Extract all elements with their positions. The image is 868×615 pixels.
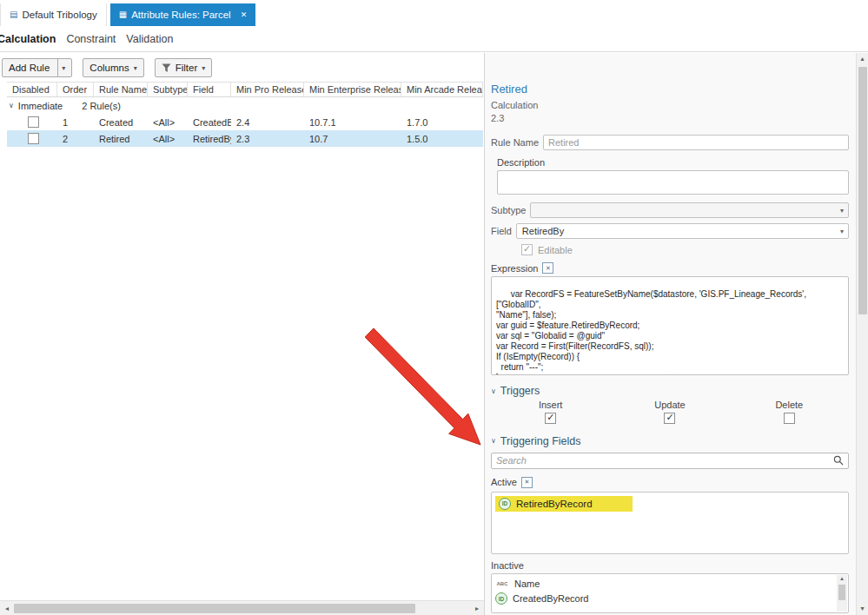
cell-min-enterprise: 10.7 <box>304 134 401 144</box>
table-row[interactable]: 1 Created <All> CreatedBy 2.4 10.7.1 1.7… <box>7 114 483 130</box>
delete-checkbox[interactable] <box>784 413 795 424</box>
triggers-section-header[interactable]: ∨ Triggers <box>491 385 849 397</box>
document-tabstrip: ▤ Default Tribology ▦ Attribute Rules: P… <box>0 0 868 26</box>
tab-attribute-rules-parcel[interactable]: ▦ Attribute Rules: Parcel ✕ <box>110 3 255 26</box>
cell-order: 2 <box>57 134 94 144</box>
tab-constraint[interactable]: Constraint <box>66 33 116 45</box>
vertical-scrollbar[interactable]: ▴ ▾ <box>856 53 868 615</box>
list-item[interactable]: Name <box>495 577 834 592</box>
triggering-fields-section-header[interactable]: ∨ Triggering Fields <box>491 435 849 447</box>
table-row-selected[interactable]: 2 Retired <All> RetiredBy 2.3 10.7 1.5.0 <box>7 130 483 147</box>
cell-subtype: <All> <box>148 134 188 144</box>
list-scrollbar[interactable]: ▴ <box>837 575 847 612</box>
close-icon[interactable]: ✕ <box>241 10 248 19</box>
cell-min-enterprise: 10.7.1 <box>304 117 401 128</box>
expression-label: Expression <box>491 263 538 274</box>
active-fields-toggle-icon[interactable]: ✕ <box>521 477 533 488</box>
scroll-up-icon[interactable]: ▴ <box>860 53 864 65</box>
collapse-chevron-icon[interactable]: ∨ <box>9 102 14 109</box>
tab-validation[interactable]: Validation <box>126 33 173 45</box>
cell-field: CreatedBy <box>188 117 231 128</box>
cell-min-arcade: 1.5.0 <box>401 134 483 144</box>
column-header-rule-name[interactable]: Rule Name <box>94 83 148 96</box>
field-item-label: RetiredByRecord <box>516 499 593 509</box>
triggering-fields-label: Triggering Fields <box>500 435 581 447</box>
column-header-min-enterprise[interactable]: Min Enterprise Release <box>304 83 401 96</box>
triggers-checkboxes <box>491 412 849 424</box>
add-rule-button[interactable]: Add Rule ▾ <box>2 58 72 77</box>
tab-label: Default Tribology <box>22 10 96 20</box>
column-header-order[interactable]: Order <box>57 83 94 96</box>
cell-field: RetiredBy <box>188 134 231 144</box>
subtype-dropdown[interactable]: ▾ <box>530 202 849 218</box>
cell-rule-name: Retired <box>94 134 148 144</box>
rule-name-label: Rule Name <box>491 137 539 148</box>
description-textarea[interactable] <box>497 170 849 195</box>
scroll-down-icon[interactable]: ▾ <box>860 603 864 615</box>
field-item-label: Name <box>514 579 540 589</box>
scrollbar-thumb[interactable] <box>858 67 867 314</box>
split-divider <box>57 59 58 76</box>
horizontal-scrollbar[interactable]: ◂ ▸ <box>0 600 484 615</box>
tab-label: Attribute Rules: Parcel <box>131 10 230 20</box>
scroll-up-icon[interactable]: ▴ <box>840 575 844 584</box>
column-header-field[interactable]: Field <box>188 83 231 96</box>
column-header-min-arcade[interactable]: Min Arcade Release <box>401 83 483 96</box>
active-label: Active <box>491 477 517 487</box>
list-item annotation-highlight[interactable]: RetiredByRecord <box>495 496 633 512</box>
cell-min-pro: 2.3 <box>231 134 304 144</box>
group-row-immediate[interactable]: ∨ Immediate 2 Rule(s) <box>9 97 483 114</box>
update-label: Update <box>610 400 729 410</box>
rule-name-input[interactable] <box>543 135 849 150</box>
field-dropdown[interactable]: RetiredBy ▾ <box>516 223 849 239</box>
disabled-checkbox[interactable] <box>28 116 39 128</box>
chevron-down-icon: ▾ <box>134 64 137 72</box>
field-item-label: CreatedByRecord <box>513 593 588 604</box>
scrollbar-thumb[interactable] <box>14 604 415 613</box>
editable-label: Editable <box>538 245 573 255</box>
collapse-chevron-icon[interactable]: ∨ <box>491 387 496 395</box>
id-field-icon <box>499 498 511 510</box>
list-item[interactable]: CreatedByRecord <box>495 592 834 606</box>
scroll-left-icon[interactable]: ◂ <box>0 605 14 612</box>
field-value: RetiredBy <box>522 226 564 236</box>
update-checkbox[interactable] <box>664 413 675 424</box>
search-box <box>491 453 849 469</box>
rule-type-tabs: Calculation Constraint Validation <box>0 26 868 52</box>
tab-default-tribology[interactable]: ▤ Default Tribology <box>0 3 107 26</box>
filter-button[interactable]: Filter ▾ <box>155 58 213 77</box>
expression-code: var RecordFS = FeatureSetByName($datasto… <box>496 289 806 375</box>
cell-subtype: <All> <box>148 117 188 128</box>
chevron-down-icon[interactable]: ▾ <box>62 64 65 72</box>
editable-row: Editable <box>521 244 849 255</box>
collapse-chevron-icon[interactable]: ∨ <box>491 437 496 445</box>
chevron-down-icon: ▾ <box>840 207 844 215</box>
active-fields-list[interactable]: RetiredByRecord <box>491 492 849 554</box>
expression-editor-icon[interactable]: ✕ <box>542 262 553 274</box>
insert-label: Insert <box>491 400 610 410</box>
rules-toolbar: Add Rule ▾ Columns ▾ Filter ▾ <box>2 58 484 77</box>
search-icon <box>833 455 844 466</box>
tab-calculation[interactable]: Calculation <box>0 33 56 45</box>
column-header-min-pro[interactable]: Min Pro Release <box>231 83 304 96</box>
rule-type-text: Calculation <box>491 100 849 110</box>
column-header-disabled[interactable]: Disabled <box>7 83 57 96</box>
triggers-labels: Insert Update Delete <box>491 400 849 410</box>
rule-details-panel: Retired Calculation 2.3 Rule Name Descri… <box>485 53 856 615</box>
column-header-subtype[interactable]: Subtype <box>148 83 188 96</box>
expression-code-editor[interactable]: var RecordFS = FeatureSetByName($datasto… <box>491 276 849 375</box>
insert-checkbox[interactable] <box>545 413 556 424</box>
cell-rule-name: Created <box>94 117 148 128</box>
search-input[interactable] <box>496 455 833 466</box>
scrollbar-thumb[interactable] <box>838 585 845 600</box>
disabled-checkbox[interactable] <box>28 133 39 144</box>
rule-title: Retired <box>491 83 849 96</box>
rules-grid-header: Disabled Order Rule Name Subtype Field M… <box>7 82 483 97</box>
inactive-fields-list[interactable]: Name CreatedByRecord ▴ <box>491 573 849 613</box>
resize-grip-icon[interactable]: ... <box>492 367 848 375</box>
subtype-row: Subtype ▾ <box>491 202 849 218</box>
app-window: ▤ Default Tribology ▦ Attribute Rules: P… <box>0 0 868 615</box>
editable-checkbox[interactable] <box>521 244 533 255</box>
columns-button[interactable]: Columns ▾ <box>83 58 143 77</box>
scroll-right-icon[interactable]: ▸ <box>470 605 484 612</box>
